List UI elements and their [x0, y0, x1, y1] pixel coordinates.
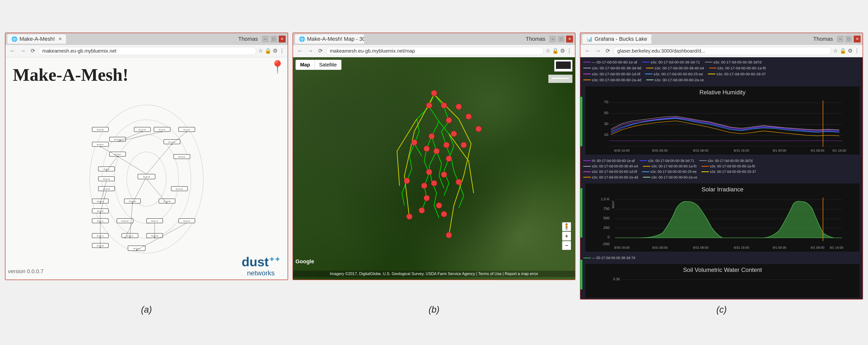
close-btn-c[interactable]: ✕	[854, 36, 861, 42]
google-logo: Google	[296, 258, 314, 265]
chart1-area: 70 50 30 10 8/30 16:00 8/	[588, 98, 857, 152]
svg-text:8/31 08:00: 8/31 08:00	[693, 246, 708, 249]
address-bar-a: ← → ⟳ makeamesh.eu-gb.mybluemix.net ☆ 🔒 …	[5, 45, 288, 57]
address-bar-c: ← → ⟳ glaser.berkeley.edu:3000/dashboard…	[580, 45, 863, 57]
minimize-btn-a[interactable]: –	[262, 36, 269, 42]
ext2-icon-b[interactable]: ⚙	[560, 48, 565, 54]
url-box-b[interactable]: makeamesh.eu-gb.mybluemix.net/map	[326, 47, 544, 55]
forward-btn-a[interactable]: →	[19, 47, 27, 55]
svg-text:70: 70	[604, 100, 608, 104]
back-btn-a[interactable]: ←	[8, 47, 17, 55]
ext2-icon-c[interactable]: ⚙	[848, 48, 853, 54]
svg-text:55-0f-1f: 55-0f-1f	[103, 168, 110, 170]
svg-text:60-1a-43: 60-1a-43	[139, 129, 146, 131]
svg-text:55-09-16: 55-09-16	[122, 220, 128, 222]
ext1-icon-a[interactable]: 🔒	[265, 48, 271, 54]
svg-text:55-d1-60: 55-d1-60	[163, 200, 170, 202]
svg-line-74	[118, 132, 142, 142]
browser-icons-c: ☆ 🔒 ⚙ ⋮	[833, 48, 860, 54]
page-icon-c: 📊	[586, 36, 592, 42]
svg-text:55-d1-72: 55-d1-72	[151, 220, 158, 222]
zoom-person-btn[interactable]: 🧍	[562, 222, 571, 231]
back-btn-b[interactable]: ←	[296, 47, 304, 55]
svg-text:250: 250	[603, 225, 610, 230]
panel-c: 📊 Grafana - Bucks Lake ✕ Thomas – □ ✕ ← …	[580, 33, 863, 300]
window-user-b: Thomas	[526, 36, 545, 42]
caption-c: (c)	[580, 305, 863, 315]
map-zoom-controls: 🧍 + −	[562, 222, 571, 250]
svg-text:8/30 16:00: 8/30 16:00	[614, 246, 629, 249]
svg-text:60-2a-ce: 60-2a-ce	[97, 200, 104, 202]
ext1-icon-c[interactable]: 🔒	[840, 48, 846, 54]
tab-b[interactable]: 🌐 Make-A-Mesh! Map - 30... ✕	[295, 34, 364, 44]
svg-text:60-ca-46: 60-ca-46	[97, 129, 104, 131]
ext1-icon-b[interactable]: 🔒	[552, 48, 559, 54]
tab-c[interactable]: 📊 Grafana - Bucks Lake ✕	[582, 34, 652, 44]
svg-text:750: 750	[603, 207, 610, 211]
forward-btn-b[interactable]: →	[306, 47, 315, 55]
chart2-svg: 1.0 K 750 500 250 0 -250 W/m²	[588, 195, 857, 249]
map-btn-satellite[interactable]: Satellite	[315, 60, 341, 70]
chart-relative-humidity: Relative Humidity 70 50 30 10	[585, 87, 860, 155]
forward-btn-c[interactable]: →	[594, 47, 602, 55]
maximize-btn-a[interactable]: □	[270, 36, 277, 42]
zoom-in-btn[interactable]: +	[562, 232, 571, 241]
tab-a[interactable]: 🌐 Make-A-Mesh! ✕	[7, 34, 66, 44]
back-btn-c[interactable]: ←	[583, 47, 592, 55]
bookmark-icon-c[interactable]: ☆	[833, 48, 838, 54]
panel-b: 🌐 Make-A-Mesh! Map - 30... ✕ Thomas – □ …	[292, 33, 576, 280]
grafana-legend-top: — 00-17-0d-00-00-60-1e-af s3x: 00-17-0d-…	[580, 57, 863, 85]
browser-chrome-a: 🌐 Make-A-Mesh! ✕ Thomas – □ ✕ ← → ⟳ make…	[5, 33, 288, 280]
url-box-c[interactable]: glaser.berkeley.edu:3000/dashboard/d...	[614, 47, 831, 55]
panel-a-content: 📍 Make-A-Mesh! .node rect { fill: #fff; …	[5, 57, 288, 280]
svg-text:60-1e-af: 60-1e-af	[159, 129, 165, 131]
tab-close-c[interactable]: ✕	[651, 36, 652, 42]
reload-btn-b[interactable]: ⟳	[317, 47, 324, 55]
bookmark-icon-a[interactable]: ☆	[258, 48, 263, 54]
maximize-btn-c[interactable]: □	[845, 36, 852, 42]
map-btn-map[interactable]: Map	[296, 60, 315, 70]
tab-title-c: Grafana - Bucks Lake	[594, 36, 647, 42]
svg-text:10: 10	[604, 132, 608, 136]
map-icon-a: 📍	[270, 60, 285, 74]
svg-rect-76	[556, 62, 571, 69]
menu-icon-c[interactable]: ⋮	[854, 48, 860, 54]
close-btn-b[interactable]: ✕	[566, 36, 573, 42]
svg-text:9/1 00:00: 9/1 00:00	[773, 246, 786, 249]
satellite-bg	[293, 57, 575, 280]
url-box-a[interactable]: makeamesh.eu-gb.mybluemix.net	[38, 47, 256, 55]
minimize-btn-c[interactable]: –	[837, 36, 844, 42]
svg-text:8/31 00:00: 8/31 00:00	[652, 246, 668, 249]
svg-text:9/1 00:00: 9/1 00:00	[773, 149, 786, 152]
svg-rect-77	[552, 78, 569, 79]
zoom-out-btn[interactable]: −	[562, 241, 571, 250]
page-icon-a: 🌐	[11, 36, 18, 42]
page-icon-b: 🌐	[299, 36, 305, 42]
bookmark-icon-b[interactable]: ☆	[546, 48, 551, 54]
ext2-icon-a[interactable]: ⚙	[273, 48, 278, 54]
mesh-title: Make-A-Mesh!	[13, 65, 280, 85]
close-btn-a[interactable]: ✕	[279, 36, 286, 42]
svg-line-64	[147, 179, 167, 203]
legend-svg	[556, 62, 571, 69]
tab-title-a: Make-A-Mesh!	[20, 36, 55, 42]
chart1-svg: 70 50 30 10 8/30 16:00 8/	[588, 98, 857, 152]
svg-text:8/31 00:00: 8/31 00:00	[652, 149, 668, 152]
chart3-title: Soil Volumetric Water Content	[588, 266, 857, 273]
scale-svg	[551, 76, 570, 81]
minimize-btn-b[interactable]: –	[549, 36, 556, 42]
menu-icon-b[interactable]: ⋮	[566, 48, 572, 54]
reload-btn-c[interactable]: ⟳	[604, 47, 612, 55]
svg-text:55-0c-2a: 55-0c-2a	[103, 178, 110, 180]
svg-text:8/30 16:00: 8/30 16:00	[614, 149, 629, 152]
panel-a: 🌐 Make-A-Mesh! ✕ Thomas – □ ✕ ← → ⟳ make…	[5, 33, 288, 280]
dust-logo-sub: networks	[242, 269, 280, 277]
browser-icons-a: ☆ 🔒 ⚙ ⋮	[258, 48, 285, 54]
reload-btn-a[interactable]: ⟳	[29, 47, 37, 55]
svg-text:60-29-60: 60-29-60	[114, 139, 121, 140]
menu-icon-a[interactable]: ⋮	[279, 48, 285, 54]
maximize-btn-b[interactable]: □	[558, 36, 565, 42]
chart-soil-water: Soil Volumetric Water Content 0.30	[585, 264, 860, 297]
title-bar-a: 🌐 Make-A-Mesh! ✕ Thomas – □ ✕	[5, 33, 288, 45]
tab-close-a[interactable]: ✕	[58, 36, 62, 42]
